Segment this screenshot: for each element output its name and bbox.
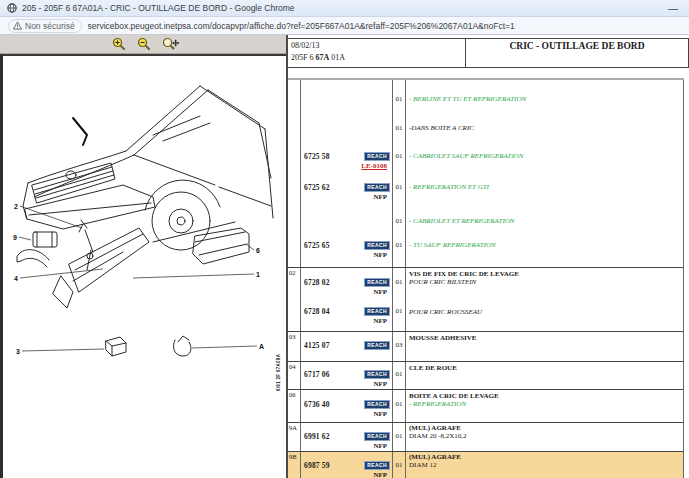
section-id: 9A [288,423,301,451]
part-number[interactable]: 6717 06 [304,370,330,379]
desc-line: POUR CRIC BILSTEIN [409,278,683,286]
table-section-9A: 9A6991 62REACHNFP01(MUL) AGRAFEDIAM 20 -… [288,422,683,451]
part-cell [301,80,393,111]
desc-line: CLE DE ROUE [409,364,683,372]
document-header: 08/02/13 205F 6 67A 01A CRIC - OUTILLAGE… [288,38,689,68]
part-cell: 6736 40REACHNFP [301,390,393,422]
nfp-label: NFP [304,251,390,259]
url-text[interactable]: servicebox.peugeot.inetpsa.com/docapvpr/… [88,21,515,31]
drawing-callout-3[interactable]: 3 [16,348,20,355]
part-number[interactable]: 4125 07 [304,341,330,350]
qty-cell: 01 [393,362,406,389]
zoom-out-icon[interactable] [137,37,151,51]
drawing-callout-2[interactable]: 2 [14,203,18,210]
table-row[interactable]: 6987 59REACHNFP01(MUL) AGRAFEDIAM 12 [301,452,683,478]
part-number[interactable]: 6987 59 [304,461,330,470]
table-row[interactable]: 6736 40REACHNFP01BOITE A CRIC DE LEVAGE-… [301,390,683,422]
window-titlebar: 205 - 205F 6 67A01A - CRIC - OUTILLAGE D… [0,0,689,17]
table-row[interactable]: 6728 04REACHNFP01POUR CRIC ROUSSEAU [301,302,683,331]
zoom-in-icon[interactable] [112,37,126,51]
le-code-link[interactable]: LE-0108 [304,162,390,170]
desc-cell: - CABRIOLET ET REFRIGERATION [406,206,683,233]
table-section-04: 046717 06REACHNFP01CLE DE ROUE [288,361,683,389]
nfp-label: NFP [304,410,390,418]
reach-badge[interactable]: REACH [364,278,390,287]
part-number[interactable]: 6725 58 [304,152,330,161]
desc-line: DIAM 20 -8,2X10,2 [409,432,683,440]
section-id: 02 [288,268,301,331]
part-cell [301,206,393,233]
reach-badge[interactable]: REACH [364,152,390,161]
desc-cell: -DANS BOITE A CRIC [406,111,683,140]
qty-cell: 01 [393,140,406,172]
part-cell: 6717 06REACHNFP [301,362,393,389]
section-id: 06 [288,390,301,422]
window-title: 205 - 205F 6 67A01A - CRIC - OUTILLAGE D… [22,3,295,13]
reach-badge[interactable]: REACH [364,241,390,250]
nfp-label: NFP [304,288,390,296]
part-number[interactable]: 6728 02 [304,278,330,287]
desc-cell: CLE DE ROUE [406,362,683,389]
address-bar[interactable]: Non sécurisé servicebox.peugeot.inetpsa.… [0,17,689,35]
table-section: 01- BERLINE ET TU ET REFRIGERATION01-DAN… [288,80,683,267]
drawing-callout-6[interactable]: 6 [256,247,260,254]
reach-badge[interactable]: REACH [364,461,390,470]
table-row[interactable]: 01- CABRIOLET ET REFRIGERATION [301,206,683,233]
drawing-callout-1[interactable]: 1 [256,271,260,278]
desc-cell: VIS DE FIX DE CRIC DE LEVAGEPOUR CRIC BI… [406,268,683,302]
section-id: 03 [288,332,301,361]
desc-cell: POUR CRIC ROUSSEAU [406,302,683,331]
table-row[interactable]: 6725 65REACHNFP01- TU SAUF REFRIGERATION [301,233,683,267]
table-row[interactable]: 01-DANS BOITE A CRIC [301,111,683,140]
part-cell: 6987 59REACHNFP [301,452,393,478]
section-id: 04 [288,362,301,389]
parts-table: 01- BERLINE ET TU ET REFRIGERATION01-DAN… [288,80,684,478]
part-number[interactable]: 6725 65 [304,241,330,250]
table-row[interactable]: 6991 62REACHNFP01(MUL) AGRAFEDIAM 20 -8,… [301,423,683,451]
qty-cell: 01 [393,80,406,111]
drawing-canvas: 6/91 2F 67A09A 294316A [0,54,286,478]
part-cell: 6725 58REACHLE-0108 [301,140,393,172]
desc-line: - CABRIOLET SAUF REFRIGERATION [409,152,683,160]
security-chip[interactable]: Non sécurisé [8,19,82,33]
desc-line: - REFRIGERATION [409,400,683,408]
zoom-pan-icon[interactable] [162,37,180,51]
nfp-label: NFP [304,380,390,388]
desc-cell: - BERLINE ET TU ET REFRIGERATION [406,80,683,111]
reach-badge[interactable]: REACH [364,183,390,192]
nfp-label: NFP [304,471,390,478]
drawing-callout-9[interactable]: 9 [13,234,17,241]
part-number[interactable]: 6736 40 [304,400,330,409]
drawing-callout-A[interactable]: A [259,343,264,350]
part-number[interactable]: 6728 04 [304,307,330,316]
minimize-button[interactable]: — [664,3,682,14]
table-row[interactable]: 6728 02REACHNFP01VIS DE FIX DE CRIC DE L… [301,268,683,302]
qty-cell: 01 [393,233,406,267]
header-ref-cell: 08/02/13 205F 6 67A 01A [288,38,466,68]
qty-cell: 01 [393,268,406,302]
table-row[interactable]: 4125 07REACH03MOUSSE ADHESIVE [301,332,683,361]
part-number[interactable]: 6725 62 [304,183,330,192]
security-label: Non sécurisé [25,21,75,31]
part-number[interactable]: 6991 62 [304,432,330,441]
reach-badge[interactable]: REACH [364,400,390,409]
part-cell: 6728 02REACHNFP [301,268,393,302]
drawing-callout-4[interactable]: 4 [14,275,18,282]
desc-line: MOUSSE ADHESIVE [409,334,683,342]
reach-badge[interactable]: REACH [364,307,390,316]
qty-cell: 01 [393,172,406,206]
reach-badge[interactable]: REACH [364,370,390,379]
desc-cell: - REFRIGERATION ET GTI [406,172,683,206]
table-row[interactable]: 01- BERLINE ET TU ET REFRIGERATION [301,80,683,111]
desc-line: POUR CRIC ROUSSEAU [409,308,683,316]
part-cell: 6725 62REACHNFP [301,172,393,206]
part-cell: 6991 62REACHNFP [301,423,393,451]
desc-cell: BOITE A CRIC DE LEVAGE- REFRIGERATION [406,390,683,422]
reach-badge[interactable]: REACH [364,341,390,350]
reach-badge[interactable]: REACH [364,432,390,441]
table-row[interactable]: 6717 06REACHNFP01CLE DE ROUE [301,362,683,389]
table-row[interactable]: 6725 58REACHLE-010801- CABRIOLET SAUF RE… [301,140,683,172]
table-row[interactable]: 6725 62REACHNFP01- REFRIGERATION ET GTI [301,172,683,206]
qty-cell: 01 [393,302,406,331]
qty-cell: 01 [393,111,406,140]
